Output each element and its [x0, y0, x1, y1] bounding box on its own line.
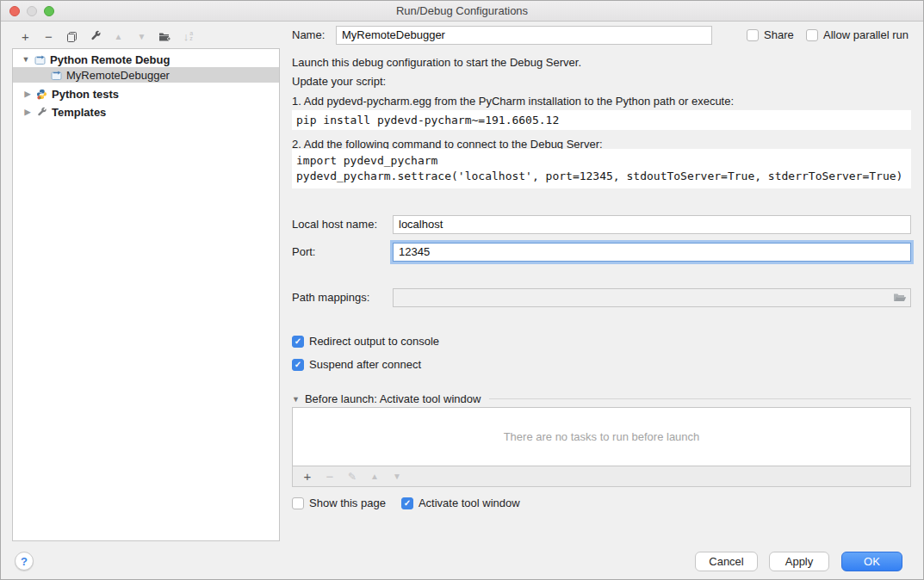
checkbox-checked-icon[interactable]: ✓	[292, 359, 304, 371]
pip-command-snippet: pip install pydevd-pycharm~=191.6605.12	[292, 110, 911, 130]
port-input[interactable]	[393, 243, 911, 262]
help-button[interactable]: ?	[15, 552, 34, 571]
sort-az-icon: ↓ az	[183, 30, 193, 43]
python-tests-icon	[36, 89, 47, 100]
activate-tool-window-label: Activate tool window	[419, 497, 520, 509]
tree-item-python-remote-debug[interactable]: ▼ Python Remote Debug	[13, 52, 279, 67]
empty-tasks-message: There are no tasks to run before launch	[504, 430, 700, 443]
tree-item-label: Python Remote Debug	[50, 53, 170, 66]
checkbox-checked-icon[interactable]: ✓	[401, 497, 413, 509]
ok-button[interactable]: OK	[841, 552, 902, 571]
edit-task-button[interactable]: ✎	[341, 466, 363, 487]
disclosure-collapsed-icon[interactable]: ▶	[23, 89, 32, 98]
move-task-down-button[interactable]: ▼	[386, 466, 408, 487]
configuration-editor: Name: Share Allow parallel run Launch th…	[292, 22, 913, 543]
port-label: Port:	[292, 245, 315, 258]
title-bar: Run/Debug Configurations	[1, 1, 923, 22]
checkbox-unchecked-icon[interactable]	[292, 497, 304, 509]
tree-item-python-tests[interactable]: ▶ Python tests	[13, 86, 279, 102]
add-task-button[interactable]: +	[296, 466, 319, 487]
copy-icon	[66, 31, 78, 42]
remove-task-button[interactable]: −	[319, 466, 341, 487]
name-input[interactable]	[336, 26, 712, 45]
settrace-code-snippet: import pydevd_pycharm pydevd_pycharm.set…	[292, 149, 911, 188]
share-checkbox[interactable]: Share	[747, 28, 794, 41]
path-mappings-label: Path mappings:	[292, 291, 369, 304]
cancel-button[interactable]: Cancel	[695, 552, 758, 571]
instruction-step-1: 1. Add pydevd-pycharm.egg from the PyCha…	[292, 95, 734, 108]
code-line: pydevd_pycharm.settrace('localhost', por…	[296, 169, 911, 184]
browse-folder-icon[interactable]	[893, 292, 907, 303]
new-folder-button[interactable]	[153, 26, 177, 46]
move-up-button[interactable]: ▲	[107, 26, 130, 46]
disclosure-expanded-icon[interactable]: ▼	[22, 55, 30, 64]
wrench-icon	[90, 30, 102, 42]
name-label: Name:	[292, 28, 325, 41]
configurations-toolbar: + − ▲ ▼ ↓	[14, 25, 200, 47]
instruction-line-2: Update your script:	[292, 75, 386, 88]
run-debug-configurations-dialog: Run/Debug Configurations + − ▲ ▼	[0, 0, 924, 580]
checkbox-unchecked-icon[interactable]	[806, 29, 818, 41]
suspend-after-connect-checkbox[interactable]: ✓ Suspend after connect	[292, 358, 421, 371]
move-down-button[interactable]: ▼	[130, 26, 153, 46]
show-this-page-label: Show this page	[309, 497, 386, 509]
tree-item-myremotedebugger[interactable]: MyRemoteDebugger	[13, 67, 279, 83]
wrench-icon	[36, 107, 47, 118]
remove-configuration-button[interactable]: −	[37, 26, 60, 46]
code-line: import pydevd_pycharm	[296, 153, 911, 169]
instruction-line-1: Launch this debug configuration to start…	[292, 56, 581, 69]
tree-item-label: Templates	[52, 106, 106, 119]
sort-configurations-button[interactable]: ↓ az	[177, 26, 200, 46]
disclosure-collapsed-icon[interactable]: ▶	[23, 108, 32, 116]
checkbox-checked-icon[interactable]: ✓	[292, 336, 304, 348]
before-launch-toolbar: + − ✎ ▲ ▼	[292, 466, 911, 487]
show-this-page-checkbox[interactable]: Show this page	[292, 497, 386, 509]
help-icon: ?	[21, 555, 28, 568]
before-launch-section-header[interactable]: ▼ Before launch: Activate tool window	[292, 392, 911, 405]
apply-button[interactable]: Apply	[769, 552, 829, 571]
copy-configuration-button[interactable]	[60, 26, 84, 46]
checkbox-unchecked-icon[interactable]	[747, 29, 759, 41]
before-launch-title: Before launch: Activate tool window	[305, 392, 481, 405]
before-launch-task-list[interactable]: There are no tasks to run before launch	[292, 407, 911, 466]
disclosure-expanded-icon[interactable]: ▼	[292, 395, 300, 404]
redirect-output-label: Redirect output to console	[309, 335, 439, 348]
allow-parallel-run-checkbox[interactable]: Allow parallel run	[806, 28, 908, 41]
separator-line	[489, 398, 911, 399]
tree-item-templates[interactable]: ▶ Templates	[13, 104, 279, 120]
window-title: Run/Debug Configurations	[1, 4, 923, 17]
configurations-tree: ▼ Python Remote Debug MyRemoteDebugger	[12, 48, 280, 541]
tree-item-label: MyRemoteDebugger	[66, 69, 170, 82]
local-host-name-label: Local host name:	[292, 218, 377, 231]
local-host-name-input[interactable]	[393, 215, 911, 234]
edit-templates-button[interactable]	[84, 26, 107, 46]
activate-tool-window-checkbox[interactable]: ✓ Activate tool window	[401, 497, 520, 509]
redirect-output-checkbox[interactable]: ✓ Redirect output to console	[292, 335, 439, 348]
share-label: Share	[764, 28, 794, 41]
move-task-up-button[interactable]: ▲	[363, 466, 386, 487]
path-mappings-input[interactable]	[393, 288, 911, 307]
run-config-icon	[51, 70, 62, 81]
folder-add-icon	[158, 31, 171, 42]
add-configuration-button[interactable]: +	[14, 26, 37, 46]
allow-parallel-run-label: Allow parallel run	[823, 28, 908, 41]
suspend-after-connect-label: Suspend after connect	[309, 358, 421, 371]
tree-item-label: Python tests	[52, 88, 119, 101]
run-config-icon	[34, 54, 46, 65]
